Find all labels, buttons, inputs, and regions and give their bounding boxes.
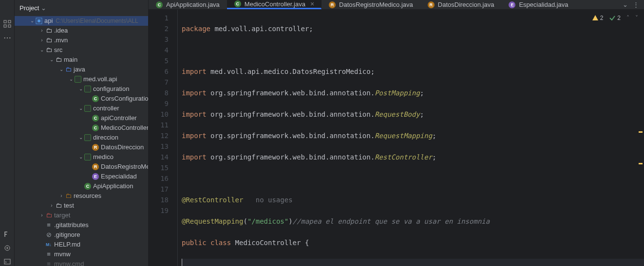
sidebar-title: Project: [19, 4, 39, 12]
chevron-down-icon: ⌄: [29, 16, 35, 26]
tree-item[interactable]: R DatosRegistroMe: [15, 162, 148, 172]
svg-rect-7: [38, 19, 40, 22]
nav-up-icon[interactable]: ˄: [626, 13, 629, 23]
tree-root[interactable]: ⌄ api C:\Users\Elena\Documents\ALL: [15, 16, 148, 26]
tool-icon-1[interactable]: [3, 230, 12, 239]
error-stripe: [640, 10, 643, 266]
folder-icon: 🗀: [45, 46, 53, 54]
class-icon: C: [92, 124, 99, 132]
chevron-down-icon: ⌄: [49, 55, 55, 65]
tree-item[interactable]: ⌄ 🗀 java: [15, 65, 148, 74]
tree-item[interactable]: M↓ HELP.md: [15, 240, 148, 249]
tree-item[interactable]: ≡ .gitattributes: [15, 220, 148, 230]
class-icon: C: [84, 182, 92, 190]
tab-especialidad[interactable]: E Especialidad.java: [501, 0, 575, 9]
tree-item[interactable]: › 🗀 test: [15, 201, 148, 211]
tree-item[interactable]: C apiController: [15, 113, 148, 123]
tree-item[interactable]: › 🗀 resources: [15, 191, 148, 201]
tab-api-application[interactable]: C ApiApplication.java: [149, 0, 227, 9]
tree-item[interactable]: ⌄ direccion: [15, 133, 148, 142]
chevron-down-icon: ⌄: [68, 74, 74, 84]
editor-tabs: C ApiApplication.java C MedicoController…: [149, 0, 644, 10]
project-tree: ⌄ api C:\Users\Elena\Documents\ALL › 🗀 .…: [15, 16, 148, 266]
project-header[interactable]: Project ⌄: [15, 0, 148, 16]
chevron-down-icon: ⌄: [78, 84, 84, 94]
structure-icon[interactable]: [3, 19, 12, 28]
tree-item[interactable]: C MedicoController: [15, 123, 148, 133]
tree-item[interactable]: C ApiApplication: [15, 181, 148, 191]
nav-down-icon[interactable]: ˅: [635, 13, 638, 23]
tree-item[interactable]: C CorsConfiguration: [15, 94, 148, 104]
class-icon: C: [92, 114, 99, 122]
close-icon[interactable]: ×: [310, 0, 314, 8]
tree-item[interactable]: ⌄ 🗀 src: [15, 45, 148, 55]
chevron-down-icon: ⌄: [78, 133, 84, 142]
target-folder-icon: 🗀: [45, 212, 53, 219]
chevron-down-icon: ⌄: [41, 4, 46, 12]
record-icon: R: [328, 1, 336, 9]
tab-datos-registro[interactable]: R DatosRegistroMedico.java: [322, 0, 420, 9]
package-icon: [84, 134, 92, 142]
tool-icon-2[interactable]: [3, 244, 12, 252]
code-area[interactable]: package med.voll.api.controller; import …: [178, 10, 644, 266]
tree-item[interactable]: ⌄ med.voll.api: [15, 74, 148, 84]
terminal-icon[interactable]: [3, 257, 12, 266]
resources-folder-icon: 🗀: [64, 192, 72, 200]
tree-item[interactable]: E Especialidad: [15, 172, 148, 181]
package-icon: [74, 75, 82, 83]
chevron-down-icon: ⌄: [39, 45, 45, 55]
enum-icon: E: [508, 1, 516, 9]
chevron-down-icon[interactable]: ⌄: [623, 1, 628, 8]
class-icon: C: [155, 1, 163, 9]
folder-icon: 🗀: [55, 56, 62, 64]
chevron-right-icon: ›: [39, 35, 45, 45]
tree-item[interactable]: ⌄ configuration: [15, 84, 148, 94]
file-icon: ≡: [45, 250, 53, 258]
markdown-icon: M↓: [45, 241, 53, 248]
src-folder-icon: 🗀: [64, 66, 72, 73]
inspection-widget[interactable]: 2 2 ˄ ˅: [592, 13, 638, 23]
project-sidebar: Project ⌄ ⌄ api C:\Users\Elena\Documents…: [15, 0, 149, 266]
editor-main: C ApiApplication.java C MedicoController…: [149, 0, 644, 266]
tree-item[interactable]: ⊘ .gitignore: [15, 230, 148, 240]
tree-item[interactable]: › 🗀 .idea: [15, 26, 148, 35]
chevron-down-icon: ⌄: [78, 152, 84, 162]
folder-icon: 🗀: [45, 36, 53, 44]
folder-icon: 🗀: [45, 27, 53, 35]
chevron-down-icon: ⌄: [78, 104, 84, 113]
class-icon: C: [234, 0, 242, 8]
chevron-down-icon: ⌄: [58, 65, 64, 74]
tree-item[interactable]: ⌄ controller: [15, 104, 148, 113]
chevron-right-icon: ›: [39, 211, 45, 220]
chevron-right-icon: ›: [49, 201, 55, 211]
chevron-right-icon: ›: [39, 26, 45, 35]
tree-item[interactable]: ⌄ 🗀 main: [15, 55, 148, 65]
record-icon: R: [427, 1, 435, 9]
svg-rect-2: [4, 25, 6, 27]
tree-item[interactable]: ⌄ medico: [15, 152, 148, 162]
gitignore-icon: ⊘: [45, 231, 53, 239]
tree-item[interactable]: › 🗀 .mvn: [15, 35, 148, 45]
record-icon: R: [92, 163, 99, 171]
more-icon[interactable]: ⋯: [3, 33, 12, 42]
class-icon: C: [92, 95, 99, 103]
file-icon: ≡: [45, 260, 53, 266]
file-icon: ≡: [45, 221, 53, 229]
record-icon: R: [92, 143, 99, 151]
tool-window-bar: ⋯: [0, 0, 15, 266]
package-icon: [84, 85, 92, 93]
enum-icon: E: [92, 173, 99, 180]
line-gutter: 12345678910111213141516171819: [149, 10, 178, 266]
editor[interactable]: 12345678910111213141516171819 package me…: [149, 10, 644, 266]
tree-item[interactable]: › 🗀 target: [15, 211, 148, 220]
tab-medico-controller[interactable]: C MedicoController.java ×: [227, 0, 322, 9]
svg-rect-5: [4, 259, 10, 264]
tree-item[interactable]: ≡ mvnw.cmd: [15, 259, 148, 266]
package-icon: [84, 105, 92, 112]
tree-item[interactable]: ≡ mvnw: [15, 249, 148, 259]
more-icon[interactable]: ⋮: [633, 1, 639, 8]
chevron-right-icon: ›: [58, 191, 64, 201]
tree-item[interactable]: R DatosDireccion: [15, 142, 148, 152]
svg-rect-0: [4, 20, 6, 23]
tab-datos-direccion[interactable]: R DatosDireccion.java: [420, 0, 502, 9]
